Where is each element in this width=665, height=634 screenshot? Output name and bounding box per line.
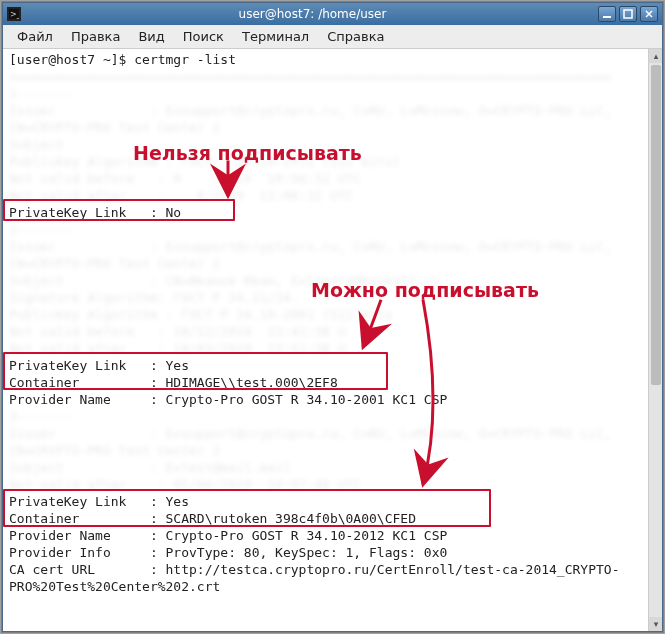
menubar: Файл Правка Вид Поиск Терминал Справка xyxy=(3,25,662,49)
output-line: Not valid before : 18/12/2018 13:41:38 U xyxy=(9,323,644,340)
terminal-window: >_ user@host7: /home/user Файл Правка Ви… xyxy=(2,2,663,632)
output-line: ========================================… xyxy=(9,68,644,85)
command: certmgr -list xyxy=(134,52,236,67)
cert3-container: Container : SCARD\rutoken_398c4f0b\0A00\… xyxy=(9,510,644,527)
output-line: Not valid before : 0 /2019 10:56:32 UTC xyxy=(9,170,644,187)
cert1-privatekey-link: PrivateKey Link : No xyxy=(9,204,644,221)
cert2-privatekey-link: PrivateKey Link : Yes xyxy=(9,357,644,374)
output-line: PublicKey Algorithm : ГОСТ Р 34.10-2001 … xyxy=(9,306,644,323)
prompt: [user@host7 ~]$ xyxy=(9,52,134,67)
maximize-button[interactable] xyxy=(619,6,637,22)
cert3-ca-url: CA cert URL : http://testca.cryptopro.ru… xyxy=(9,561,644,578)
cert3-privatekey-link: PrivateKey Link : Yes xyxy=(9,493,644,510)
window-title: user@host7: /home/user xyxy=(27,7,598,21)
output-line: Not valid after : 8/2019 11:06:32 UTC xyxy=(9,187,644,204)
output-line: CN=CRYPTO-PRO Test Center 2 xyxy=(9,255,644,272)
output-line: PublicKey Algorithm : ГОСТ 34.10-2012 (5… xyxy=(9,153,644,170)
output-line: Not valid after : 18/03/2019 13:51:38 U xyxy=(9,340,644,357)
cert2-provider: Provider Name : Crypto-Pro GOST R 34.10-… xyxy=(9,391,644,408)
cert3-provider-info: Provider Info : ProvType: 80, KeySpec: 1… xyxy=(9,544,644,561)
scroll-down-button[interactable]: ▾ xyxy=(649,617,662,631)
output-line: 1------- xyxy=(9,85,644,102)
cert3-provider: Provider Name : Crypto-Pro GOST R 34.10-… xyxy=(9,527,644,544)
output-line: Not valid after : 05/06/2019 10:07:48 UT… xyxy=(9,476,644,493)
scrollbar[interactable]: ▴ ▾ xyxy=(648,49,662,631)
svg-rect-3 xyxy=(624,10,632,18)
output-line: CN=CRYPTO-PRO Test Center 2 xyxy=(9,119,644,136)
output-line: Subject : E=test@mail.mail xyxy=(9,459,644,476)
scroll-up-button[interactable]: ▴ xyxy=(649,49,662,63)
output-line: 2------- xyxy=(9,221,644,238)
close-button[interactable] xyxy=(640,6,658,22)
menu-view[interactable]: Вид xyxy=(130,27,172,46)
output-line: CN=CRYPTO-PRO Test Center 2 xyxy=(9,442,644,459)
cert3-ca-url2: PRO%20Test%20Center%202.crt xyxy=(9,578,644,595)
svg-text:>_: >_ xyxy=(10,10,19,19)
svg-rect-2 xyxy=(603,16,611,18)
menu-terminal[interactable]: Терминал xyxy=(234,27,317,46)
menu-search[interactable]: Поиск xyxy=(175,27,232,46)
menu-edit[interactable]: Правка xyxy=(63,27,128,46)
terminal-area[interactable]: ▴ ▾ [user@host7 ~]$ certmgr -list ======… xyxy=(3,49,662,631)
minimize-button[interactable] xyxy=(598,6,616,22)
titlebar[interactable]: >_ user@host7: /home/user xyxy=(3,3,662,25)
menu-help[interactable]: Справка xyxy=(319,27,392,46)
output-line: 3------- xyxy=(9,408,644,425)
terminal-icon: >_ xyxy=(7,7,21,21)
output-line: Issuer : E=support@cryptopro.ru, C=RU, L… xyxy=(9,425,644,442)
output-line: Issuer : E=support@cryptopro.ru, C=RU, L… xyxy=(9,238,644,255)
scroll-thumb[interactable] xyxy=(651,65,661,385)
output-line: Subject xyxy=(9,136,644,153)
terminal-body: [user@host7 ~]$ certmgr -list ==========… xyxy=(3,49,648,631)
menu-file[interactable]: Файл xyxy=(9,27,61,46)
window-controls xyxy=(598,6,658,22)
output-line: Subject : CN=Иванов Иван, E=lepata@basea… xyxy=(9,272,644,289)
prompt-line: [user@host7 ~]$ certmgr -list xyxy=(9,51,644,68)
cert2-container: Container : HDIMAGE\\test.000\2EF8 xyxy=(9,374,644,391)
output-line: Issuer : E=support@cryptopro.ru, C=RU, L… xyxy=(9,102,644,119)
output-line: Signature Algorithm: ГОСТ Р 34.11/34. xyxy=(9,289,644,306)
